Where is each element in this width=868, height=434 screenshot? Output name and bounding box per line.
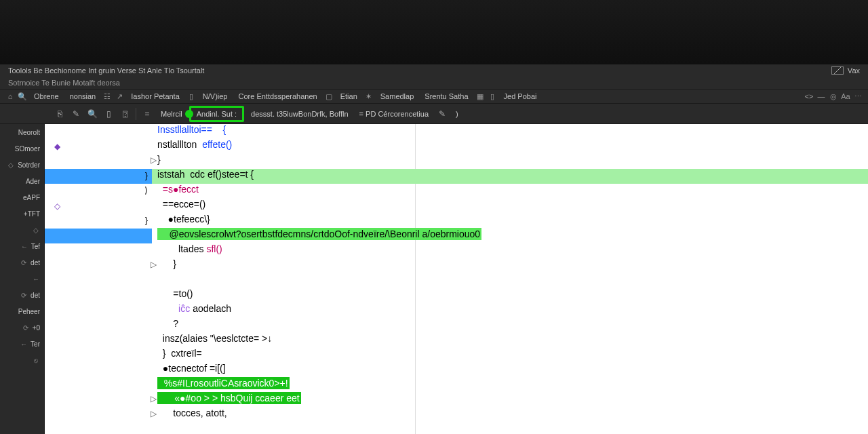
sidebar-item[interactable]: ⟳+0 [0, 319, 44, 336]
selected-gutter-row[interactable]: } [45, 169, 152, 184]
selected-gutter-row[interactable] [45, 229, 152, 243]
copy-icon[interactable]: ⎘ [53, 107, 66, 121]
eq-icon[interactable]: = [140, 107, 154, 121]
sidebar: Neorolt SOmoer ◇Sotrder Ader eAPF +TFT ◇… [0, 124, 45, 434]
box-icon[interactable]: ▢ [324, 92, 334, 101]
more-icon[interactable]: ⋯ [853, 92, 863, 101]
diff-inline-span: @eovslescrolwt?osertbstfdecmns/crtdoOof-… [157, 228, 481, 240]
dash-icon[interactable]: — [816, 92, 826, 101]
wand-icon[interactable]: ✎ [69, 107, 83, 121]
panel-icon[interactable]: ▯ [488, 92, 497, 101]
fold-icon[interactable]: ▷ [151, 409, 157, 418]
sidebar-item[interactable]: ←Tef [0, 238, 44, 254]
edit-icon[interactable]: ✎ [435, 107, 449, 121]
aa-icon[interactable]: Aa [841, 92, 850, 101]
sidebar-item[interactable]: eAPF [0, 189, 44, 205]
subpath-row: Sotrnoice Te Bunie Motalft deorsa [0, 77, 868, 89]
subpath-text: Sotrnoice Te Bunie Motalft deorsa [8, 79, 120, 87]
exit-icon: ⎋ [32, 356, 40, 364]
code-editor[interactable]: Insstllalltoi== { nstlalllton effete() ▷… [152, 124, 868, 434]
back-icon: ← [20, 340, 28, 348]
diff-inline-span: %s#ILrosoutliCAsraovіck0>+! [157, 377, 290, 389]
chevrons-icon[interactable]: <> [804, 92, 814, 101]
menu-item[interactable]: Srentu Satha [420, 91, 472, 102]
grid-icon[interactable]: ▦ [475, 92, 485, 101]
fold-icon[interactable]: ▷ [151, 155, 157, 165]
sidebar-item[interactable]: ⎋ [0, 352, 44, 368]
bookmark-icon[interactable]: ◇ [54, 201, 60, 211]
sidebar-item[interactable]: ⟳det [0, 287, 44, 303]
menu-item[interactable]: Samedlap [376, 91, 418, 102]
layout-icon[interactable]: ▯ [102, 107, 115, 121]
home-icon[interactable]: ⌂ [5, 92, 15, 101]
menu-item[interactable]: Jed Pobai [500, 91, 541, 102]
chart-icon[interactable]: ☷ [102, 92, 112, 101]
breadcrumb[interactable]: Melrcil [157, 110, 186, 118]
flag-icon [831, 66, 844, 75]
breadcrumb-end: ) [452, 110, 462, 118]
menu-item[interactable]: Iashor Petanta [127, 91, 184, 102]
path-text: Toolols Be Bechionome Int gruin Verse St… [8, 66, 204, 75]
menubar: ⌂ 🔍 Obrene nonsian ☷ ↗ Iashor Petanta ▯ … [0, 89, 868, 104]
star-icon[interactable]: ✶ [364, 92, 374, 101]
refresh-icon: ⟳ [20, 291, 28, 299]
arrow-icon[interactable]: ↗ [115, 92, 124, 101]
toolbar: ⎘ ✎ 🔍 ▯ ⍰ = Melrcil Andinl. Sut : dessst… [0, 104, 868, 124]
breadcrumb[interactable]: = PD Cércorencetiua [355, 110, 433, 118]
back-icon: ← [32, 275, 40, 283]
sidebar-item[interactable]: +TFT [0, 205, 44, 222]
search-icon[interactable]: 🔍 [18, 92, 27, 101]
menu-item[interactable]: Obrene [30, 91, 63, 102]
sidebar-item[interactable]: ←Ter [0, 336, 44, 352]
target-icon[interactable]: ◎ [829, 92, 838, 101]
bookmark-icon[interactable]: ◆ [54, 142, 60, 151]
diamond-icon: ◇ [7, 161, 15, 169]
breadcrumb[interactable]: dessst. t35luwBonDrfk, Boffln [247, 110, 352, 118]
sidebar-item[interactable]: ← [0, 271, 44, 287]
sidebar-item[interactable]: ⟳det [0, 254, 44, 271]
titlebar-area [0, 0, 868, 64]
diff-added-line: iststah cdc ef()stee=t { [152, 169, 868, 184]
menu-item[interactable]: Etian [336, 91, 361, 102]
refresh-icon: ⟳ [22, 323, 30, 332]
diff-inline-span: «●#oo > > hsbQuij ccaeer eet [157, 392, 301, 404]
sidebar-item[interactable]: SOmoer [0, 140, 44, 157]
fold-icon[interactable]: ▷ [151, 394, 157, 403]
person-icon[interactable]: ⍰ [118, 107, 132, 121]
refresh-icon: ⟳ [20, 258, 28, 267]
fold-icon[interactable]: ▷ [151, 260, 157, 269]
menu-item[interactable]: nonsian [66, 91, 100, 102]
flag-label: Vax [848, 66, 860, 75]
sidebar-item[interactable]: Ader [0, 173, 44, 189]
sidebar-item[interactable]: Peheer [0, 303, 44, 319]
sidebar-item[interactable]: ◇ [0, 222, 44, 238]
sidebar-item[interactable]: ◇Sotrder [0, 157, 44, 173]
back-icon: ← [20, 242, 28, 250]
sidebar-item[interactable]: Neorolt [0, 124, 44, 140]
search-icon[interactable]: 🔍 [85, 107, 99, 121]
menu-item[interactable]: Core Enttdssperahanen [235, 91, 321, 102]
gutter: ◆ } ⟩ ◇ } [45, 124, 152, 434]
diamond-icon: ◇ [32, 226, 40, 234]
breadcrumb-active[interactable]: Andinl. Sut : [189, 106, 244, 122]
menu-item[interactable]: N/V)iep [199, 91, 232, 102]
doc-icon[interactable]: ▯ [186, 92, 196, 101]
path-row: Toolols Be Bechionome Int gruin Verse St… [0, 64, 868, 77]
